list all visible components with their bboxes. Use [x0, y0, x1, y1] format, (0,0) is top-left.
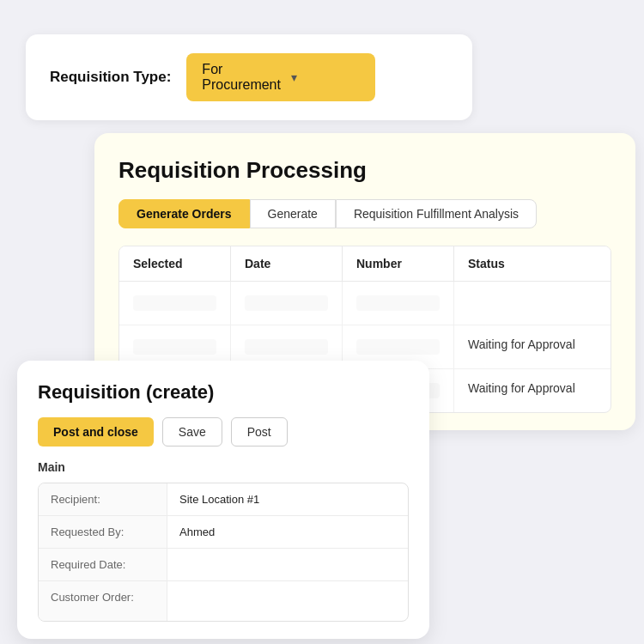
customer-order-label: Customer Order: — [39, 581, 167, 621]
col-number: Number — [343, 246, 454, 281]
create-card: Requisition (create) Post and close Save… — [17, 361, 429, 639]
customer-order-row: Customer Order: — [39, 581, 408, 621]
col-selected: Selected — [119, 246, 231, 281]
recipient-value: Site Location #1 — [167, 483, 408, 515]
cell-date-1 — [231, 282, 343, 325]
customer-order-value[interactable] — [167, 581, 408, 621]
cell-status-1 — [454, 282, 611, 325]
tabs-row: Generate Orders Generate Requisition Ful… — [118, 199, 611, 228]
required-date-value[interactable] — [167, 549, 408, 580]
cell-selected-1 — [119, 282, 231, 325]
cell-status-2: Waiting for Approval — [454, 325, 611, 368]
table-row — [119, 282, 611, 325]
col-status: Status — [454, 246, 611, 281]
cell-status-3: Waiting for Approval — [454, 369, 611, 412]
action-row: Post and close Save Post — [38, 417, 409, 447]
dropdown-value: For Procurement — [202, 62, 281, 93]
save-button[interactable]: Save — [162, 417, 222, 447]
requested-by-row: Requested By: Ahmed — [39, 516, 408, 549]
tab-generate-orders[interactable]: Generate Orders — [118, 199, 250, 228]
requisition-type-dropdown[interactable]: For Procurement ▾ — [186, 53, 375, 101]
chevron-down-icon: ▾ — [291, 70, 360, 84]
recipient-label: Recipient: — [39, 483, 167, 515]
create-title: Requisition (create) — [38, 381, 409, 404]
tab-generate[interactable]: Generate — [250, 199, 336, 228]
requested-by-label: Requested By: — [39, 516, 167, 548]
recipient-row: Recipient: Site Location #1 — [39, 483, 408, 516]
post-and-close-button[interactable]: Post and close — [38, 417, 154, 447]
main-section-label: Main — [38, 460, 409, 474]
tab-fulfillment-analysis[interactable]: Requisition Fulfillment Analysis — [336, 199, 537, 228]
processing-title: Requisition Processing — [118, 157, 611, 184]
table-header: Selected Date Number Status — [119, 246, 611, 282]
required-date-label: Required Date: — [39, 549, 167, 580]
cell-number-1 — [343, 282, 454, 325]
requested-by-value: Ahmed — [167, 516, 408, 548]
requisition-type-label: Requisition Type: — [50, 69, 171, 86]
col-date: Date — [231, 246, 343, 281]
requisition-type-card: Requisition Type: For Procurement ▾ — [26, 34, 472, 120]
required-date-row: Required Date: — [39, 549, 408, 581]
create-form: Recipient: Site Location #1 Requested By… — [38, 483, 409, 622]
post-button[interactable]: Post — [231, 417, 288, 447]
